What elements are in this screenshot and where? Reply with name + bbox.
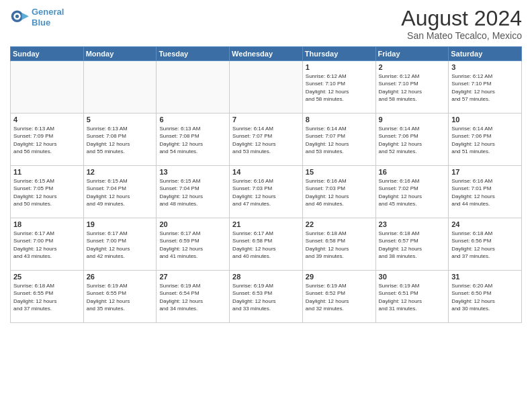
- day-cell: 14Sunrise: 6:16 AM Sunset: 7:03 PM Dayli…: [230, 166, 303, 218]
- day-number: 17: [451, 168, 519, 176]
- day-number: 20: [159, 220, 226, 228]
- day-info: Sunrise: 6:18 AM Sunset: 6:56 PM Dayligh…: [451, 230, 519, 260]
- day-number: 28: [232, 273, 300, 281]
- day-cell: 29Sunrise: 6:19 AM Sunset: 6:52 PM Dayli…: [302, 271, 375, 323]
- week-row-2: 4Sunrise: 6:13 AM Sunset: 7:09 PM Daylig…: [11, 113, 522, 166]
- col-wednesday: Wednesday: [230, 47, 303, 61]
- day-cell: 26Sunrise: 6:19 AM Sunset: 6:55 PM Dayli…: [83, 271, 157, 323]
- day-number: 11: [13, 168, 81, 176]
- day-info: Sunrise: 6:13 AM Sunset: 7:08 PM Dayligh…: [87, 125, 154, 155]
- title-block: August 2024 San Mateo Tecalco, Mexico: [401, 7, 522, 41]
- week-row-4: 18Sunrise: 6:17 AM Sunset: 7:00 PM Dayli…: [11, 218, 522, 271]
- day-number: 7: [232, 116, 300, 124]
- day-info: Sunrise: 6:16 AM Sunset: 7:03 PM Dayligh…: [232, 177, 300, 208]
- svg-marker-1: [22, 13, 30, 20]
- day-info: Sunrise: 6:16 AM Sunset: 7:03 PM Dayligh…: [306, 177, 373, 208]
- col-saturday: Saturday: [449, 47, 522, 61]
- day-info: Sunrise: 6:19 AM Sunset: 6:54 PM Dayligh…: [159, 282, 226, 312]
- day-number: 4: [13, 116, 81, 124]
- col-thursday: Thursday: [302, 47, 375, 61]
- day-info: Sunrise: 6:17 AM Sunset: 6:59 PM Dayligh…: [159, 230, 226, 260]
- day-number: 1: [306, 63, 373, 71]
- day-number: 2: [379, 63, 446, 71]
- logo: General Blue: [10, 7, 64, 28]
- day-info: Sunrise: 6:19 AM Sunset: 6:52 PM Dayligh…: [306, 282, 373, 312]
- day-number: 3: [451, 63, 519, 71]
- day-cell: 23Sunrise: 6:18 AM Sunset: 6:57 PM Dayli…: [375, 218, 449, 271]
- logo-text: General Blue: [32, 7, 64, 28]
- day-number: 6: [159, 116, 226, 124]
- day-number: 21: [232, 220, 300, 228]
- week-row-1: 1Sunrise: 6:12 AM Sunset: 7:10 PM Daylig…: [11, 61, 522, 113]
- day-info: Sunrise: 6:17 AM Sunset: 7:00 PM Dayligh…: [87, 230, 154, 260]
- day-cell: 31Sunrise: 6:20 AM Sunset: 6:50 PM Dayli…: [449, 271, 522, 323]
- day-info: Sunrise: 6:14 AM Sunset: 7:07 PM Dayligh…: [232, 125, 300, 155]
- day-number: 25: [13, 273, 81, 281]
- day-info: Sunrise: 6:12 AM Sunset: 7:10 PM Dayligh…: [379, 73, 446, 103]
- day-info: Sunrise: 6:19 AM Sunset: 6:55 PM Dayligh…: [87, 282, 154, 312]
- day-number: 30: [379, 273, 446, 281]
- day-cell: 1Sunrise: 6:12 AM Sunset: 7:10 PM Daylig…: [302, 61, 375, 113]
- day-number: 31: [451, 273, 519, 281]
- day-info: Sunrise: 6:14 AM Sunset: 7:06 PM Dayligh…: [379, 125, 446, 155]
- day-cell: [157, 61, 230, 113]
- day-cell: 18Sunrise: 6:17 AM Sunset: 7:00 PM Dayli…: [11, 218, 84, 271]
- day-number: 23: [379, 220, 446, 228]
- day-cell: 7Sunrise: 6:14 AM Sunset: 7:07 PM Daylig…: [230, 113, 303, 166]
- day-cell: 20Sunrise: 6:17 AM Sunset: 6:59 PM Dayli…: [157, 218, 230, 271]
- day-info: Sunrise: 6:18 AM Sunset: 6:55 PM Dayligh…: [13, 282, 81, 312]
- day-cell: [11, 61, 84, 113]
- day-info: Sunrise: 6:15 AM Sunset: 7:04 PM Dayligh…: [87, 177, 154, 208]
- day-number: 18: [13, 220, 81, 228]
- calendar-title: August 2024: [401, 7, 522, 30]
- day-cell: 2Sunrise: 6:12 AM Sunset: 7:10 PM Daylig…: [375, 61, 449, 113]
- col-friday: Friday: [375, 47, 449, 61]
- day-number: 16: [379, 168, 446, 176]
- day-info: Sunrise: 6:20 AM Sunset: 6:50 PM Dayligh…: [451, 282, 519, 312]
- day-cell: [83, 61, 157, 113]
- day-number: 24: [451, 220, 519, 228]
- day-info: Sunrise: 6:18 AM Sunset: 6:58 PM Dayligh…: [306, 230, 373, 260]
- day-number: 12: [87, 168, 154, 176]
- svg-point-3: [15, 14, 19, 17]
- week-row-5: 25Sunrise: 6:18 AM Sunset: 6:55 PM Dayli…: [11, 271, 522, 323]
- day-cell: 21Sunrise: 6:17 AM Sunset: 6:58 PM Dayli…: [230, 218, 303, 271]
- day-info: Sunrise: 6:17 AM Sunset: 7:00 PM Dayligh…: [13, 230, 81, 260]
- day-number: 27: [159, 273, 226, 281]
- day-info: Sunrise: 6:18 AM Sunset: 6:57 PM Dayligh…: [379, 230, 446, 260]
- day-cell: 12Sunrise: 6:15 AM Sunset: 7:04 PM Dayli…: [83, 166, 157, 218]
- day-cell: 11Sunrise: 6:15 AM Sunset: 7:05 PM Dayli…: [11, 166, 84, 218]
- day-info: Sunrise: 6:14 AM Sunset: 7:07 PM Dayligh…: [306, 125, 373, 155]
- day-info: Sunrise: 6:17 AM Sunset: 6:58 PM Dayligh…: [232, 230, 300, 260]
- day-number: 26: [87, 273, 154, 281]
- day-cell: 9Sunrise: 6:14 AM Sunset: 7:06 PM Daylig…: [375, 113, 449, 166]
- day-cell: 3Sunrise: 6:12 AM Sunset: 7:10 PM Daylig…: [449, 61, 522, 113]
- logo-icon: [10, 8, 29, 27]
- day-number: 8: [306, 116, 373, 124]
- week-row-3: 11Sunrise: 6:15 AM Sunset: 7:05 PM Dayli…: [11, 166, 522, 218]
- day-cell: 13Sunrise: 6:15 AM Sunset: 7:04 PM Dayli…: [157, 166, 230, 218]
- header-row: Sunday Monday Tuesday Wednesday Thursday…: [11, 47, 522, 61]
- day-number: 22: [306, 220, 373, 228]
- calendar-container: General Blue August 2024 San Mateo Tecal…: [0, 0, 532, 328]
- day-cell: 19Sunrise: 6:17 AM Sunset: 7:00 PM Dayli…: [83, 218, 157, 271]
- day-cell: 15Sunrise: 6:16 AM Sunset: 7:03 PM Dayli…: [302, 166, 375, 218]
- day-cell: [230, 61, 303, 113]
- day-info: Sunrise: 6:19 AM Sunset: 6:53 PM Dayligh…: [232, 282, 300, 312]
- col-monday: Monday: [83, 47, 157, 61]
- day-cell: 30Sunrise: 6:19 AM Sunset: 6:51 PM Dayli…: [375, 271, 449, 323]
- day-cell: 8Sunrise: 6:14 AM Sunset: 7:07 PM Daylig…: [302, 113, 375, 166]
- calendar-table: Sunday Monday Tuesday Wednesday Thursday…: [10, 46, 522, 323]
- day-info: Sunrise: 6:15 AM Sunset: 7:04 PM Dayligh…: [159, 177, 226, 208]
- day-number: 19: [87, 220, 154, 228]
- day-info: Sunrise: 6:16 AM Sunset: 7:01 PM Dayligh…: [451, 177, 519, 208]
- day-info: Sunrise: 6:19 AM Sunset: 6:51 PM Dayligh…: [379, 282, 446, 312]
- col-sunday: Sunday: [11, 47, 84, 61]
- day-number: 13: [159, 168, 226, 176]
- day-info: Sunrise: 6:12 AM Sunset: 7:10 PM Dayligh…: [451, 73, 519, 103]
- header: General Blue August 2024 San Mateo Tecal…: [10, 7, 522, 41]
- day-cell: 27Sunrise: 6:19 AM Sunset: 6:54 PM Dayli…: [157, 271, 230, 323]
- day-cell: 4Sunrise: 6:13 AM Sunset: 7:09 PM Daylig…: [11, 113, 84, 166]
- day-cell: 25Sunrise: 6:18 AM Sunset: 6:55 PM Dayli…: [11, 271, 84, 323]
- calendar-subtitle: San Mateo Tecalco, Mexico: [401, 30, 522, 41]
